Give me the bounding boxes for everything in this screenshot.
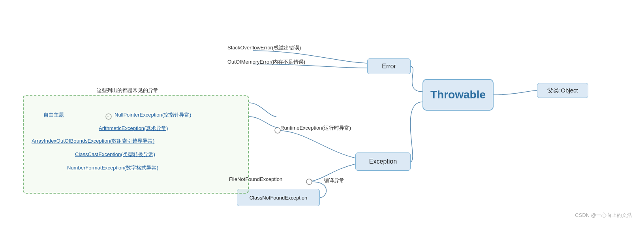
nullpointer-label: NullPointerException(空指针异常): [115, 111, 191, 119]
common-note-label: 这些列出的都是常见的异常: [97, 87, 158, 94]
parent-node: 父类:Object: [537, 83, 588, 98]
outofmemory-label: OutOfMemoryError(内存不足错误): [227, 58, 305, 66]
stackoverflow-label: StackOverflowError(栈溢出错误): [227, 44, 301, 51]
arithmetic-label: ArithmeticException(算术异常): [99, 125, 168, 132]
svg-point-0: [275, 128, 280, 133]
watermark: CSDN @一心向上的文浩: [575, 212, 632, 219]
classnotfound-node: ClassNotFoundException: [237, 189, 320, 206]
exception-node: Exception: [355, 153, 411, 171]
throwable-node: Throwable: [422, 79, 494, 111]
classcast-label: ClassCastException(类型转换异常): [75, 151, 155, 158]
compileerror-label: 编译异常: [324, 177, 344, 184]
runtime-label: RuntimeException(运行时异常): [280, 124, 351, 132]
error-node: Error: [367, 58, 411, 74]
arrayindex-label: ArrayIndexOutOfBoundsException(数组索引越界异常): [32, 137, 154, 145]
numberformat-label: NumberFormatException(数字格式异常): [67, 164, 158, 171]
filenotfound-label: FileNotFoundException: [229, 176, 282, 182]
svg-point-1: [306, 179, 312, 185]
freedom-topic-label: 自由主题: [43, 111, 64, 119]
